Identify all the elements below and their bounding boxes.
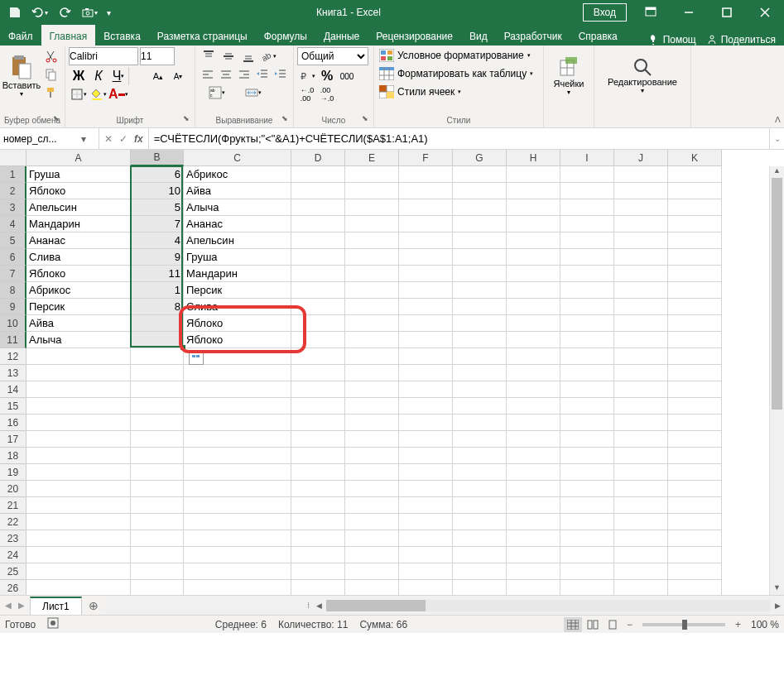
cell[interactable] (614, 266, 668, 282)
new-sheet-button[interactable]: ⊕ (82, 596, 105, 615)
cell[interactable] (345, 381, 399, 398)
cell[interactable] (560, 431, 614, 448)
cell[interactable] (507, 431, 560, 448)
cell[interactable] (614, 398, 668, 415)
row-header[interactable]: 13 (0, 365, 26, 381)
cancel-formula-icon[interactable]: ✕ (104, 133, 113, 145)
cell[interactable] (507, 332, 560, 348)
cell[interactable]: 5 (131, 199, 184, 216)
cell[interactable] (345, 365, 399, 381)
cell[interactable] (131, 547, 184, 563)
cell[interactable] (131, 381, 184, 398)
cell[interactable] (399, 232, 453, 249)
editing-button[interactable]: Редактирование ▾ (598, 47, 687, 103)
cell[interactable] (507, 299, 560, 315)
cell[interactable] (184, 448, 291, 464)
row-header[interactable]: 25 (0, 563, 26, 580)
cell[interactable] (560, 199, 614, 216)
cell[interactable] (26, 497, 131, 514)
enter-formula-icon[interactable]: ✓ (119, 133, 127, 145)
row-header[interactable]: 5 (0, 232, 26, 249)
cell[interactable] (291, 580, 345, 595)
cell[interactable] (345, 166, 399, 183)
number-format-select[interactable]: Общий (297, 47, 368, 65)
view-page-layout-icon[interactable] (584, 617, 602, 632)
minimize-icon[interactable] (670, 0, 708, 25)
cell[interactable] (131, 315, 184, 332)
cell[interactable] (614, 580, 668, 595)
cell[interactable] (614, 415, 668, 431)
row-header[interactable]: 21 (0, 497, 26, 514)
bold-button[interactable]: Ж (69, 67, 89, 85)
cell[interactable] (560, 166, 614, 183)
cell[interactable] (614, 299, 668, 315)
autofill-options-icon[interactable] (189, 352, 204, 365)
cell[interactable] (668, 249, 722, 266)
cell[interactable] (26, 464, 131, 481)
cell[interactable] (399, 348, 453, 365)
cell[interactable] (131, 514, 184, 530)
scroll-up-icon[interactable]: ▲ (770, 166, 784, 178)
cell[interactable] (399, 563, 453, 580)
sheet-tab-1[interactable]: Лист1 (30, 597, 82, 615)
cell[interactable] (668, 348, 722, 365)
cell[interactable] (668, 431, 722, 448)
cell[interactable]: Груша (184, 249, 291, 266)
cell[interactable] (668, 299, 722, 315)
cell[interactable] (184, 514, 291, 530)
cell[interactable] (399, 282, 453, 299)
cell[interactable] (26, 514, 131, 530)
fx-icon[interactable]: fx (134, 133, 143, 145)
cell[interactable] (453, 232, 507, 249)
cell[interactable] (507, 381, 560, 398)
cell[interactable] (291, 282, 345, 299)
column-header[interactable]: I (560, 150, 614, 166)
scroll-right-icon[interactable]: ▶ (771, 602, 784, 610)
cell[interactable] (453, 464, 507, 481)
tab-view[interactable]: Вид (461, 25, 496, 46)
cell[interactable] (453, 166, 507, 183)
name-box-dropdown-icon[interactable]: ▾ (78, 133, 89, 145)
cell[interactable] (668, 183, 722, 199)
cell[interactable] (560, 365, 614, 381)
cell[interactable] (26, 563, 131, 580)
cell[interactable] (453, 266, 507, 282)
row-header[interactable]: 9 (0, 299, 26, 315)
cell[interactable] (345, 547, 399, 563)
cell[interactable] (668, 580, 722, 595)
cell[interactable] (507, 166, 560, 183)
cell[interactable] (345, 514, 399, 530)
cell[interactable] (668, 166, 722, 183)
cell[interactable] (345, 282, 399, 299)
borders-button[interactable]: ▾ (69, 85, 89, 103)
column-header[interactable]: C (184, 150, 291, 166)
cell[interactable] (507, 580, 560, 595)
cell[interactable] (345, 415, 399, 431)
cell[interactable] (668, 216, 722, 232)
cell[interactable] (507, 232, 560, 249)
scroll-down-icon[interactable]: ▼ (770, 583, 784, 595)
cell[interactable] (399, 299, 453, 315)
column-header[interactable]: F (399, 150, 453, 166)
row-header[interactable]: 18 (0, 448, 26, 464)
qat-camera-icon[interactable]: ▾ (78, 2, 101, 23)
cell[interactable] (507, 464, 560, 481)
cell[interactable] (184, 398, 291, 415)
cell[interactable] (345, 216, 399, 232)
accounting-format-button[interactable]: ₽▾ (297, 67, 317, 85)
cell[interactable] (560, 464, 614, 481)
cell[interactable] (507, 398, 560, 415)
cell[interactable] (184, 547, 291, 563)
cell[interactable] (560, 266, 614, 282)
cell[interactable]: Апельсин (26, 199, 131, 216)
cell[interactable] (614, 348, 668, 365)
cell[interactable] (131, 530, 184, 547)
cell[interactable] (131, 398, 184, 415)
cell[interactable] (399, 580, 453, 595)
cell[interactable]: 10 (131, 183, 184, 199)
scroll-left-icon[interactable]: ◀ (313, 602, 326, 610)
cell[interactable] (453, 448, 507, 464)
cell[interactable] (399, 199, 453, 216)
cell[interactable]: Ананас (26, 232, 131, 249)
cell[interactable] (560, 216, 614, 232)
